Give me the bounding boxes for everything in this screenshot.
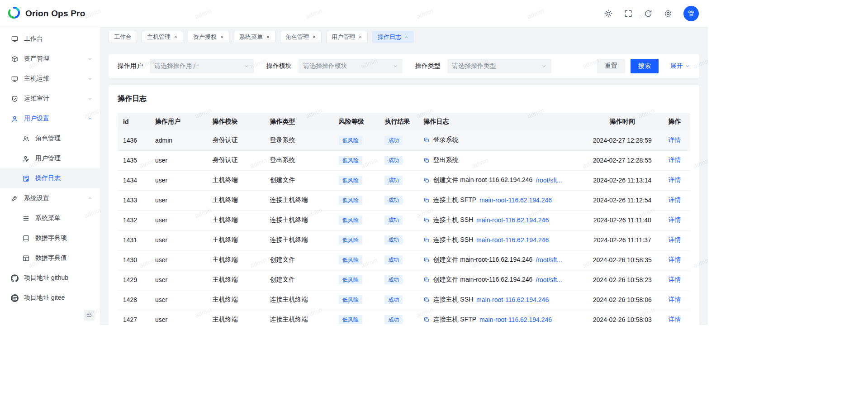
detail-link[interactable]: 详情 — [668, 196, 681, 203]
sidebar: 工作台资产管理主机运维运维审计用户设置角色管理用户管理操作日志系统设置系统菜单数… — [0, 27, 100, 325]
sidebar-item-user-settings[interactable]: 用户设置 — [0, 109, 100, 129]
table-row[interactable]: 1428user主机终端连接主机终端低风险成功连接主机 SSH main-roo… — [118, 290, 690, 310]
detail-link[interactable]: 详情 — [668, 216, 681, 223]
search-button[interactable]: 搜索 — [631, 59, 659, 73]
table-header-row: id操作用户操作模块操作类型风险等级执行结果操作日志操作时间操作 — [118, 113, 690, 130]
sidebar-item-label: 主机运维 — [24, 75, 87, 83]
sidebar-item-system-settings[interactable]: 系统设置 — [0, 188, 100, 208]
copy-icon[interactable] — [423, 316, 430, 323]
close-icon[interactable] — [312, 35, 316, 39]
copy-icon[interactable] — [423, 157, 430, 163]
copy-icon[interactable] — [423, 297, 430, 303]
log-link[interactable]: main-root-116.62.194.246 — [479, 197, 552, 204]
log-link[interactable]: main-root-116.62.194.246 — [476, 236, 549, 244]
sidebar-item-label: 系统菜单 — [35, 214, 93, 222]
tab-workbench[interactable]: 工作台 — [109, 31, 137, 43]
cell-action: 详情 — [659, 210, 690, 230]
header-icon-group — [604, 9, 673, 18]
filter-actions: 重置 搜索 展开 — [597, 59, 690, 73]
copy-icon[interactable] — [423, 217, 430, 223]
risk-badge: 低风险 — [339, 176, 362, 185]
log-link[interactable]: main-root-116.62.194.246 — [479, 316, 552, 323]
cell-result: 成功 — [379, 290, 418, 310]
sidebar-item-user-management[interactable]: 用户管理 — [0, 149, 100, 168]
log-link[interactable]: /root/sft... — [536, 276, 562, 283]
result-badge: 成功 — [384, 235, 403, 245]
copy-icon[interactable] — [423, 257, 430, 263]
tab-host-management[interactable]: 主机管理 — [142, 31, 183, 43]
detail-link[interactable]: 详情 — [668, 136, 681, 144]
sidebar-item-host-operations[interactable]: 主机运维 — [0, 69, 100, 89]
detail-link[interactable]: 详情 — [668, 296, 681, 303]
table-row[interactable]: 1427user主机终端连接主机终端低风险成功连接主机 SFTP main-ro… — [118, 310, 690, 325]
select-placeholder: 请选择操作模块 — [303, 62, 393, 70]
refresh-icon[interactable] — [644, 9, 653, 18]
settings-icon[interactable] — [664, 9, 673, 18]
result-badge: 成功 — [384, 275, 403, 284]
cell-id: 1433 — [118, 190, 150, 210]
table-row[interactable]: 1436admin身份认证登录系统低风险成功登录系统2024-02-27 12:… — [118, 130, 690, 150]
sidebar-item-dict-keys[interactable]: 数据字典项 — [0, 228, 100, 248]
fullscreen-icon[interactable] — [624, 9, 633, 18]
copy-icon[interactable] — [423, 197, 430, 203]
tab-user-management[interactable]: 用户管理 — [326, 31, 368, 43]
detail-link[interactable]: 详情 — [668, 256, 681, 263]
table-row[interactable]: 1433user主机终端连接主机终端低风险成功连接主机 SFTP main-ro… — [118, 190, 690, 210]
sidebar-item-operation-log[interactable]: 操作日志 — [0, 168, 100, 188]
chevron-up-icon — [87, 196, 93, 201]
sidebar-item-workbench[interactable]: 工作台 — [0, 29, 100, 49]
tab-asset-authorization[interactable]: 资产授权 — [188, 31, 229, 43]
operation-type-select[interactable]: 请选择操作类型 — [447, 59, 551, 73]
close-icon[interactable] — [358, 35, 362, 39]
tab-operation-log[interactable]: 操作日志 — [372, 31, 414, 43]
sidebar-item-gitee[interactable]: 项目地址 gitee — [0, 288, 100, 308]
cell-module: 主机终端 — [207, 290, 265, 310]
close-icon[interactable] — [220, 35, 224, 39]
detail-link[interactable]: 详情 — [668, 156, 681, 163]
tab-system-menu[interactable]: 系统菜单 — [234, 31, 275, 43]
cell-result: 成功 — [379, 250, 418, 270]
log-link[interactable]: /root/sft... — [536, 177, 562, 184]
cell-risk: 低风险 — [333, 190, 379, 210]
table-row[interactable]: 1432user主机终端连接主机终端低风险成功连接主机 SSH main-roo… — [118, 210, 690, 230]
sidebar-collapse-button[interactable] — [84, 310, 95, 321]
expand-toggle[interactable]: 展开 — [670, 62, 690, 70]
table-row[interactable]: 1431user主机终端连接主机终端低风险成功连接主机 SSH main-roo… — [118, 230, 690, 250]
sidebar-item-ops-audit[interactable]: 运维审计 — [0, 89, 100, 109]
close-icon[interactable] — [404, 35, 408, 39]
operation-module-select[interactable]: 请选择操作模块 — [299, 59, 403, 73]
operation-user-select[interactable]: 请选择操作用户 — [150, 59, 254, 73]
theme-icon[interactable] — [604, 9, 613, 18]
detail-link[interactable]: 详情 — [668, 276, 681, 283]
chevron-down-icon — [87, 56, 93, 62]
detail-link[interactable]: 详情 — [668, 236, 681, 243]
log-link[interactable]: main-root-116.62.194.246 — [476, 216, 549, 224]
table-row[interactable]: 1429user主机终端创建文件低风险成功创建文件 main-root-116.… — [118, 270, 690, 290]
sidebar-item-system-menu[interactable]: 系统菜单 — [0, 208, 100, 228]
user-avatar[interactable]: 管 — [683, 6, 699, 21]
sidebar-item-dict-values[interactable]: 数据字典值 — [0, 248, 100, 268]
copy-icon[interactable] — [423, 237, 430, 243]
workbench-icon — [11, 35, 19, 43]
table-row[interactable]: 1434user主机终端创建文件低风险成功创建文件 main-root-116.… — [118, 170, 690, 190]
detail-link[interactable]: 详情 — [668, 176, 681, 183]
copy-icon[interactable] — [423, 137, 430, 143]
sidebar-item-github[interactable]: 项目地址 github — [0, 268, 100, 288]
risk-badge: 低风险 — [339, 196, 362, 205]
copy-icon[interactable] — [423, 177, 430, 183]
chevron-down-icon — [541, 63, 547, 69]
close-icon[interactable] — [174, 35, 178, 39]
tab-role-management[interactable]: 角色管理 — [280, 31, 322, 43]
reset-button[interactable]: 重置 — [597, 59, 625, 73]
sidebar-item-role-management[interactable]: 角色管理 — [0, 129, 100, 149]
detail-link[interactable]: 详情 — [668, 316, 681, 323]
sidebar-item-asset-management[interactable]: 资产管理 — [0, 49, 100, 69]
copy-icon[interactable] — [423, 277, 430, 283]
log-link[interactable]: main-root-116.62.194.246 — [476, 296, 549, 303]
table-row[interactable]: 1435user身份认证登出系统低风险成功登出系统2024-02-27 12:2… — [118, 150, 690, 170]
column-header-result: 执行结果 — [379, 113, 418, 130]
close-icon[interactable] — [266, 35, 270, 39]
log-link[interactable]: /root/sft... — [536, 256, 562, 264]
cell-module: 主机终端 — [207, 270, 265, 290]
table-row[interactable]: 1430user主机终端创建文件低风险成功创建文件 main-root-116.… — [118, 250, 690, 270]
